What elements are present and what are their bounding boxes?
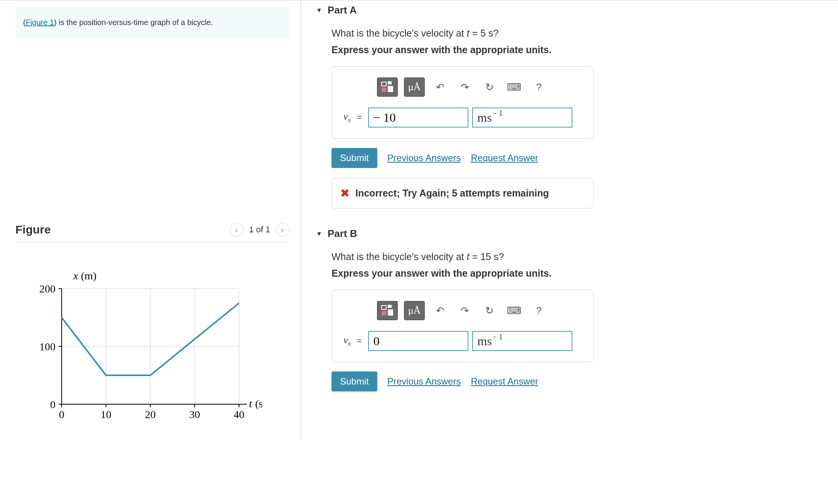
part-b-question: What is the bicycle's velocity at t = 15… [331, 251, 823, 262]
collapse-caret-icon[interactable]: ▼ [316, 230, 322, 237]
equals-sign: = [357, 336, 362, 346]
svg-text:30: 30 [189, 408, 200, 420]
figure-header: Figure ‹ 1 of 1 › [15, 223, 289, 242]
figure-prev-button[interactable]: ‹ [230, 223, 244, 237]
svg-rect-37 [388, 309, 393, 316]
redo-icon[interactable]: ↷ [456, 78, 474, 96]
answer-toolbar: μÅ ↶ ↷ ↻ ⌨ ? [340, 77, 586, 97]
request-answer-link[interactable]: Request Answer [471, 153, 538, 163]
submit-button[interactable]: Submit [331, 148, 377, 168]
figure-counter: 1 of 1 [249, 225, 270, 235]
answer-unit-input[interactable]: ms − 1 [472, 331, 572, 351]
incorrect-icon: ✖ [340, 187, 349, 200]
part-a-instruction: Express your answer with the appropriate… [331, 44, 823, 55]
unit-exponent: − 1 [493, 109, 503, 118]
svg-rect-34 [382, 306, 386, 309]
intro-text: ) is the position-versus-time graph of a… [54, 18, 213, 27]
svg-text:0: 0 [59, 408, 64, 420]
svg-text:40: 40 [234, 408, 244, 420]
part-b-instruction: Express your answer with the appropriate… [331, 268, 823, 279]
var-label: vx [343, 334, 351, 347]
figure-chart: 0102030400100200x (m)t (s) [15, 265, 289, 429]
keyboard-icon[interactable]: ⌨ [505, 301, 523, 320]
part-b-header: ▼ Part B [316, 228, 823, 240]
reset-icon[interactable]: ↻ [480, 301, 499, 320]
svg-text:0: 0 [50, 398, 56, 410]
templates-button[interactable] [377, 77, 398, 97]
svg-text:t: t [249, 398, 252, 410]
svg-rect-36 [382, 311, 386, 316]
part-b-answer-card: μÅ ↶ ↷ ↻ ⌨ ? vx = ms − 1 [331, 290, 594, 362]
request-answer-link[interactable]: Request Answer [471, 376, 538, 387]
templates-button[interactable] [377, 301, 398, 320]
svg-text:(m): (m) [81, 270, 96, 282]
unit-text: ms [478, 334, 492, 348]
part-a-title: Part A [328, 4, 357, 16]
redo-icon[interactable]: ↷ [456, 301, 474, 320]
undo-icon[interactable]: ↶ [431, 78, 449, 96]
part-a-question: What is the bicycle's velocity at t = 5 … [331, 28, 823, 39]
part-a-body: What is the bicycle's velocity at t = 5 … [316, 28, 823, 208]
svg-text:20: 20 [145, 408, 156, 420]
answer-value-input[interactable] [368, 108, 468, 128]
svg-text:(s): (s) [255, 398, 262, 410]
figure-pager: ‹ 1 of 1 › [230, 223, 289, 237]
keyboard-icon[interactable]: ⌨ [505, 78, 523, 96]
svg-rect-32 [382, 87, 386, 92]
feedback-text: Incorrect; Try Again; 5 attempts remaini… [355, 188, 549, 199]
svg-text:10: 10 [101, 408, 111, 420]
units-symbols-button[interactable]: μÅ [404, 77, 425, 97]
svg-rect-33 [388, 86, 393, 92]
units-symbols-button[interactable]: μÅ [404, 301, 425, 320]
figure-link[interactable]: Figure 1 [26, 18, 54, 27]
answer-toolbar: μÅ ↶ ↷ ↻ ⌨ ? [340, 301, 586, 320]
undo-icon[interactable]: ↶ [431, 301, 449, 320]
svg-text:100: 100 [39, 341, 56, 353]
problem-intro: (Figure 1) is the position-versus-time g… [15, 7, 289, 38]
help-icon[interactable]: ? [530, 301, 548, 320]
answer-unit-input[interactable]: ms − 1 [472, 108, 572, 128]
part-a-answer-card: μÅ ↶ ↷ ↻ ⌨ ? vx = ms − 1 [331, 66, 594, 139]
svg-text:x: x [73, 270, 78, 282]
help-icon[interactable]: ? [530, 78, 548, 96]
svg-text:200: 200 [39, 283, 56, 295]
part-a-header: ▼ Part A [316, 4, 823, 16]
collapse-caret-icon[interactable]: ▼ [316, 7, 322, 14]
previous-answers-link[interactable]: Previous Answers [387, 376, 461, 387]
part-b-body: What is the bicycle's velocity at t = 15… [316, 251, 823, 391]
figure-next-button[interactable]: › [276, 223, 289, 237]
svg-rect-31 [388, 81, 392, 84]
answer-value-input[interactable] [368, 331, 468, 351]
figure-title: Figure [15, 223, 51, 236]
unit-text: ms [478, 111, 492, 125]
previous-answers-link[interactable]: Previous Answers [387, 153, 461, 163]
svg-rect-35 [388, 305, 392, 308]
part-a-feedback: ✖ Incorrect; Try Again; 5 attempts remai… [331, 178, 594, 208]
unit-exponent: − 1 [493, 333, 503, 341]
var-label: vx [343, 111, 351, 124]
reset-icon[interactable]: ↻ [480, 78, 499, 96]
equals-sign: = [357, 113, 362, 123]
submit-button[interactable]: Submit [331, 371, 377, 391]
part-b-title: Part B [328, 228, 357, 240]
svg-rect-30 [382, 82, 386, 86]
